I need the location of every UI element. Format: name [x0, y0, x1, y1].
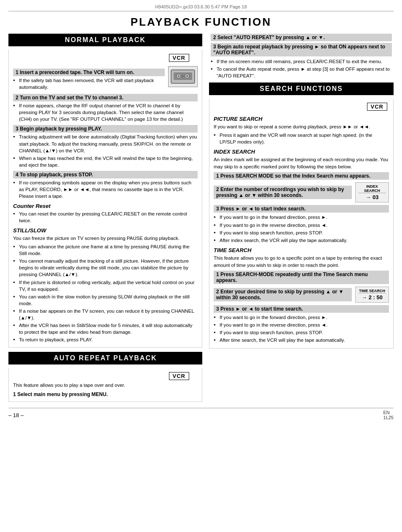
index-search-body: An index mark will be assigned at the be… [214, 156, 389, 170]
step1-text: 1 Insert a prerecorded tape. The VCR wil… [13, 66, 165, 91]
header-text: H9405UD2i≈.gx33 03.6.30 5:47 PM Page 18 [155, 4, 247, 9]
counter-reset-title: Counter Reset [13, 203, 198, 209]
auto-bullet1: If the on-screen menu still remains, pre… [211, 58, 392, 65]
index-bullet-item: If you want to go in the forward directi… [214, 214, 389, 221]
time-step3-bullets: If you want to go in the forward directi… [214, 314, 389, 343]
still-slow-bullet-item: To return to playback, press PLAY. [13, 336, 198, 343]
time-step3-header: 3 Press ► or ◄ to start time search. [214, 305, 389, 313]
index-search-box: INDEX SEARCH → 03 [355, 182, 389, 202]
vcr-badge-wrap-search: VCR [214, 101, 389, 112]
index-step2-header: 2 Enter the number of recordings you wis… [214, 186, 352, 199]
auto-repeat-section: AUTO REPEAT PLAYBACK [8, 352, 202, 364]
footer-page-num: – 18 – [8, 412, 24, 418]
time-bullet-item: After time search, the VCR will play the… [214, 337, 389, 343]
index-step2-text: 2 Enter the number of recordings you wis… [214, 186, 352, 199]
left-column: NORMAL PLAYBACK VCR 1 Insert a prerecord… [8, 34, 202, 402]
time-search-body: This feature allows you to go to a speci… [214, 255, 389, 269]
step4-bullet: If no corresponding symbols appear on th… [13, 179, 198, 200]
page-header: H9405UD2i≈.gx33 03.6.30 5:47 PM Page 18 [8, 4, 394, 11]
still-slow-bullets: You can advance the picture one frame at… [13, 243, 198, 343]
index-box-label: INDEX SEARCH [358, 184, 386, 193]
picture-search-title: PICTURE SEARCH [214, 116, 389, 122]
picture-search-body: If you want to skip or repeat a scene du… [214, 123, 389, 130]
svg-point-4 [178, 75, 180, 77]
time-box-label: TIME SEARCH [358, 289, 386, 293]
auto-step1-header: 1 Select main menu by pressing MENU. [13, 391, 198, 397]
index-step1-header: 1 Press SEARCH MODE so that the Index Se… [214, 172, 389, 180]
step1-row: 1 Insert a prerecorded tape. The VCR wil… [13, 66, 198, 91]
right-column: 2 Select "AUTO REPEAT" by pressing ▲ or … [209, 34, 394, 348]
step3-bullet1: Tracking adjustment will be done automat… [13, 133, 198, 154]
step4-header: 4 To stop playback, press STOP. [13, 171, 198, 178]
normal-playback-content: VCR 1 Insert a prerecorded tape. The VCR… [8, 50, 202, 348]
normal-playback-section: NORMAL PLAYBACK [8, 34, 202, 46]
step1-bullet: If the safety tab has been removed, the … [13, 77, 165, 90]
step2-bullet1: If noise appears, change the RF output c… [13, 102, 198, 122]
vcr-badge-wrap-normal: VCR [13, 52, 198, 64]
vcr-badge-auto: VCR [169, 372, 189, 380]
still-slow-bullet-item: You can watch in the slow motion by pres… [13, 293, 198, 307]
step1-header: 1 Insert a prerecorded tape. The VCR wil… [13, 69, 165, 76]
vcr-badge-normal: VCR [169, 54, 189, 62]
picture-search-bullet: Press it again and the VCR will now sear… [214, 132, 389, 145]
search-functions-title: SEARCH FUNCTIONS [210, 83, 393, 94]
time-bullet-item: If you want to stop search function, pre… [214, 329, 389, 336]
tape-image [168, 66, 198, 87]
index-step3-header: 3 Press ► or ◄ to start index search. [214, 205, 389, 213]
auto-bullet2: To cancel the Auto repeat mode, press ► … [211, 66, 392, 79]
time-step2-header: 2 Enter your desired time to skip by pre… [214, 288, 352, 301]
time-step2-row: 2 Enter your desired time to skip by pre… [214, 287, 389, 303]
index-bullet-item: If you want to stop search function, pre… [214, 229, 389, 236]
main-content: NORMAL PLAYBACK VCR 1 Insert a prerecord… [8, 34, 394, 402]
svg-rect-6 [180, 75, 185, 77]
index-step2-row: 2 Enter the number of recordings you wis… [214, 182, 389, 202]
auto-step2-header: 2 Select "AUTO REPEAT" by pressing ▲ or … [211, 34, 392, 41]
vcr-badge-wrap-auto: VCR [13, 370, 198, 382]
step3-header: 3 Begin playback by pressing PLAY. [13, 125, 198, 133]
index-step3-bullets: If you want to go in the forward directi… [214, 214, 389, 243]
still-slow-bullet-item: If a noise bar appears on the TV screen,… [13, 308, 198, 321]
step3-bullet2: When a tape has reached the end, the VCR… [13, 155, 198, 168]
auto-repeat-title: AUTO REPEAT PLAYBACK [9, 353, 201, 364]
index-bullet-item: If you want to go in the reverse directi… [214, 222, 389, 229]
tape-svg [170, 68, 196, 85]
time-search-title: TIME SEARCH [214, 247, 389, 253]
still-slow-bullet-item: You can advance the picture one frame at… [13, 243, 198, 257]
normal-playback-title: NORMAL PLAYBACK [9, 35, 201, 45]
auto-repeat-content: VCR This feature allows you to play a ta… [8, 368, 202, 402]
time-step1-header: 1 Press SEARCH-MODE repeatedly until the… [214, 271, 389, 284]
index-search-title: INDEX SEARCH [214, 149, 389, 155]
search-functions-content: VCR PICTURE SEARCH If you want to skip o… [209, 98, 394, 348]
search-functions-section: SEARCH FUNCTIONS [209, 82, 394, 95]
footer-code: EN1L25 [383, 410, 394, 420]
auto-step3-header: 3 Begin auto repeat playback by pressing… [211, 43, 392, 56]
index-box-value: → 03 [358, 194, 386, 200]
vcr-badge-search: VCR [367, 103, 387, 111]
page-title: PLAYBACK FUNCTION [8, 16, 394, 29]
step2-header: 2 Turn on the TV and set the TV to chann… [13, 94, 198, 101]
still-slow-bullet-item: After the VCR has been in Still/Slow mod… [13, 322, 198, 335]
index-bullet-item: After index search, the VCR will play th… [214, 237, 389, 244]
auto-repeat-continued: 2 Select "AUTO REPEAT" by pressing ▲ or … [209, 34, 394, 79]
time-search-box: TIME SEARCH → 2 : 50 [355, 287, 389, 303]
still-slow-body: You can freeze the picture on TV screen … [13, 235, 198, 242]
time-step2-text: 2 Enter your desired time to skip by pre… [214, 288, 352, 301]
time-bullet-item: If you want to go in the forward directi… [214, 314, 389, 321]
still-slow-bullet-item: If the picture is distorted or rolling v… [13, 279, 198, 293]
auto-repeat-intro: This feature allows you to play a tape o… [13, 382, 198, 389]
page-footer: – 18 – EN1L25 [8, 408, 394, 420]
time-box-value: → 2 : 50 [358, 294, 386, 301]
still-slow-title: STILL/SLOW [13, 227, 198, 234]
counter-reset-bullet: You can reset the counter by pressing CL… [13, 210, 198, 224]
time-bullet-item: If you want to go in the reverse directi… [214, 322, 389, 328]
still-slow-bullet-item: You cannot manually adjust the tracking … [13, 258, 198, 278]
svg-point-5 [186, 75, 188, 77]
